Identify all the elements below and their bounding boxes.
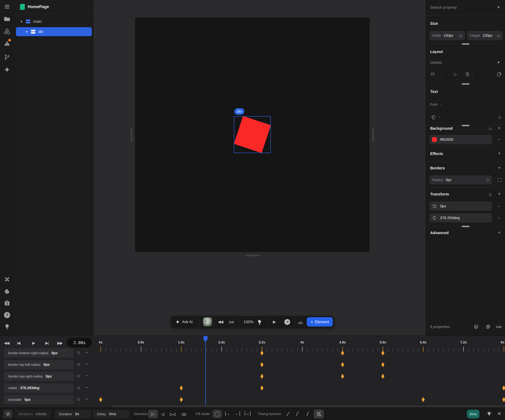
copy-properties-icon[interactable] bbox=[473, 324, 479, 329]
advanced-add-button[interactable]: + bbox=[498, 230, 501, 235]
tree-row-div[interactable]: ▾ div bbox=[16, 27, 92, 36]
gift-icon[interactable] bbox=[4, 300, 10, 306]
track-add-keyframe-diamond-icon[interactable]: ◇ bbox=[77, 362, 80, 366]
align-icon[interactable] bbox=[465, 72, 470, 77]
iterations-value[interactable]: infinite bbox=[36, 412, 47, 416]
lightbulb-icon[interactable] bbox=[4, 324, 10, 330]
keyframe-diamond[interactable] bbox=[341, 374, 344, 379]
zoom-magnifier-icon[interactable] bbox=[257, 319, 263, 325]
fill-mode-forwards-button[interactable]: → bbox=[225, 412, 230, 416]
keyframe-diamond[interactable] bbox=[180, 386, 183, 391]
components-icon[interactable] bbox=[4, 29, 10, 35]
display-caret-icon[interactable]: ▾ bbox=[498, 60, 499, 65]
track-remove-button[interactable]: − bbox=[85, 350, 88, 355]
ask-ai-button[interactable]: Ask AI bbox=[175, 316, 193, 328]
paste-properties-icon[interactable] bbox=[486, 324, 491, 329]
delay-value[interactable]: 0ms bbox=[109, 412, 116, 416]
timing-ease-in-out-button[interactable] bbox=[305, 411, 310, 417]
borders-add-button[interactable]: + bbox=[498, 165, 501, 171]
translate-value[interactable]: 0px bbox=[440, 204, 446, 208]
resize-handle-right[interactable] bbox=[372, 127, 374, 142]
radius-field[interactable]: Radius 0px ◇ bbox=[429, 175, 492, 184]
menu-icon[interactable] bbox=[5, 4, 9, 9]
keyframe-diamond[interactable] bbox=[180, 397, 183, 402]
section-resize-handle[interactable] bbox=[462, 43, 469, 45]
height-keyframe-diamond-icon[interactable]: ◇ bbox=[497, 33, 500, 38]
track-add-keyframe-diamond-icon[interactable]: ◇ bbox=[77, 397, 80, 401]
tree-row-main[interactable]: ▾ main bbox=[14, 17, 94, 26]
radius-keyframe-diamond-icon[interactable]: ◇ bbox=[486, 178, 489, 182]
section-resize-handle[interactable] bbox=[462, 125, 469, 126]
timing-linear-button[interactable] bbox=[285, 411, 290, 417]
keyframe-diamond[interactable] bbox=[341, 351, 344, 356]
close-panel-button[interactable]: × bbox=[498, 410, 501, 417]
keyframe-diamond[interactable] bbox=[260, 374, 263, 379]
track-property-value[interactable]: 0px bbox=[46, 374, 52, 378]
folder-icon[interactable] bbox=[4, 16, 10, 22]
keyframe-diamond[interactable] bbox=[260, 386, 263, 391]
width-keyframe-diamond-icon[interactable]: ◇ bbox=[459, 33, 462, 38]
timeline-scrollbar[interactable] bbox=[112, 406, 505, 407]
warnings-icon[interactable] bbox=[4, 40, 10, 46]
background-color-hex[interactable]: #fb2828 bbox=[440, 138, 453, 142]
delay-field[interactable]: Delay 0ms bbox=[93, 410, 129, 418]
track-add-keyframe-diamond-icon[interactable]: ◇ bbox=[77, 350, 80, 355]
background-color-field[interactable]: #fb2828 bbox=[429, 135, 492, 144]
section-resize-handle[interactable] bbox=[462, 226, 469, 227]
direction-reverse-button[interactable]: ◁ bbox=[161, 412, 164, 417]
track-remove-button[interactable]: − bbox=[85, 362, 88, 367]
background-remove-button[interactable]: − bbox=[498, 137, 500, 142]
resize-handle-bottom[interactable] bbox=[245, 255, 260, 256]
cookie-icon[interactable] bbox=[4, 288, 10, 295]
track-property-value[interactable]: 0px bbox=[25, 398, 31, 402]
keyframe-diamond[interactable] bbox=[502, 386, 505, 391]
motion-path-icon[interactable] bbox=[297, 319, 303, 325]
track-remove-button[interactable]: − bbox=[85, 396, 88, 402]
zoom-level[interactable]: 100% bbox=[244, 320, 253, 324]
keyframe-diamond[interactable] bbox=[502, 397, 505, 402]
gap-value[interactable]: - bbox=[440, 72, 442, 76]
track-remove-button[interactable]: − bbox=[85, 373, 88, 378]
duration-field[interactable]: Duration 8s bbox=[55, 410, 91, 418]
user-avatar[interactable] bbox=[203, 317, 212, 326]
width-field[interactable]: Width 100px ◇ bbox=[429, 31, 465, 40]
text-keyframe-diamond-icon[interactable]: ◇ bbox=[498, 115, 501, 119]
add-element-button[interactable]: + Element bbox=[307, 317, 333, 326]
width-value[interactable]: 100px bbox=[443, 34, 453, 38]
rewind-button[interactable]: ◀◀ bbox=[218, 320, 223, 324]
direction-normal-button[interactable]: ▷ bbox=[148, 410, 158, 418]
direction-alternate-button[interactable]: ▷◁ bbox=[170, 412, 175, 417]
caret-down-icon[interactable]: ▾ bbox=[20, 19, 22, 24]
tree-label-main[interactable]: main bbox=[33, 19, 42, 24]
background-keyframe-diamond-icon[interactable]: ◇ bbox=[489, 126, 492, 131]
fill-mode-backwards-button[interactable]: ← bbox=[235, 412, 240, 416]
radius-value[interactable]: 0px bbox=[446, 178, 452, 182]
effects-add-button[interactable]: + bbox=[498, 150, 501, 156]
corner-radius-expand-icon[interactable] bbox=[497, 177, 502, 183]
section-resize-handle[interactable] bbox=[462, 83, 469, 85]
fill-mode-none-button[interactable] bbox=[212, 410, 222, 418]
height-value[interactable]: 100px bbox=[482, 34, 492, 38]
translate-field[interactable]: 0px bbox=[429, 202, 492, 211]
search-caret-icon[interactable]: ▾ bbox=[498, 5, 499, 9]
restart-button[interactable]: ↗ bbox=[284, 319, 290, 325]
fill-mode-both-button[interactable]: ↔ bbox=[245, 412, 251, 416]
tree-label-div[interactable]: div bbox=[38, 30, 43, 34]
text-color-value[interactable]: - bbox=[439, 115, 440, 119]
track-row-border-top-right-radius[interactable]: border-top-right-radius0px bbox=[4, 372, 74, 381]
rotate-remove-button[interactable]: − bbox=[498, 215, 500, 221]
keyframe-diamond[interactable] bbox=[99, 397, 102, 402]
timing-ease-button[interactable] bbox=[295, 411, 300, 417]
keyframe-diamond[interactable] bbox=[422, 397, 425, 402]
height-field[interactable]: Height 100px ◇ bbox=[467, 31, 503, 40]
track-remove-button[interactable]: − bbox=[85, 385, 88, 390]
track-row-translate[interactable]: translate0px bbox=[4, 395, 74, 404]
keyframe-diamond[interactable] bbox=[381, 374, 384, 379]
frame-icon[interactable] bbox=[497, 72, 502, 77]
duration-value[interactable]: 8s bbox=[75, 412, 79, 416]
element-tag-badge[interactable]: div bbox=[234, 108, 244, 115]
text-color-swatch-icon[interactable] bbox=[430, 114, 436, 120]
transform-keyframe-diamond-icon[interactable]: ◇ bbox=[489, 192, 492, 197]
display-value[interactable]: - bbox=[448, 60, 449, 65]
keyframe-diamond[interactable] bbox=[381, 351, 384, 356]
